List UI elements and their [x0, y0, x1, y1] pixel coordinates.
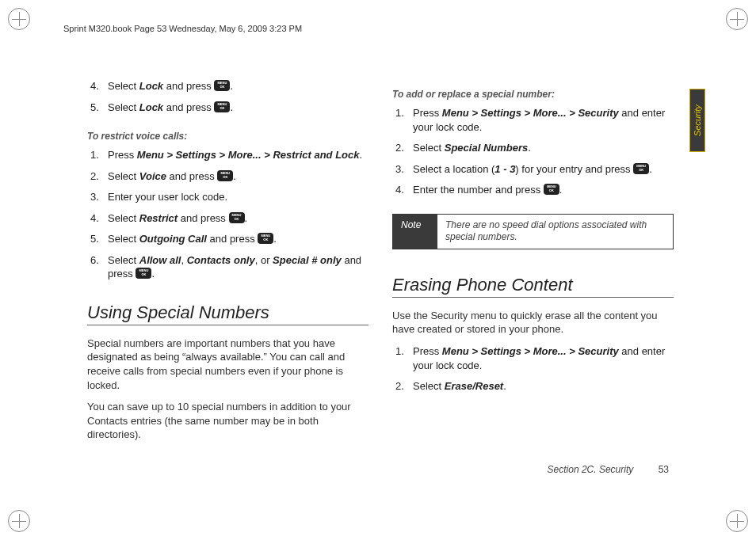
step-item: Select Erase/Reset. [395, 379, 674, 394]
menu-ok-key-icon [258, 233, 273, 244]
running-header: Sprint M320.book Page 53 Wednesday, May … [63, 24, 302, 33]
crop-mark-icon [8, 8, 30, 30]
menu-ok-key-icon [214, 101, 230, 112]
steps-restrict: Press Menu > Settings > More... > Restri… [87, 148, 368, 288]
step-item: Enter your user lock code. [90, 190, 368, 204]
section-tab-label: Security [693, 105, 702, 136]
step-item: Enter the number and press . [395, 183, 674, 197]
page-number: 53 [659, 464, 669, 475]
crop-mark-icon [726, 8, 748, 30]
step-item: Select Lock and press . [90, 79, 368, 93]
menu-ok-key-icon [217, 170, 233, 181]
step-item: Press Menu > Settings > More... > Restri… [90, 148, 368, 162]
paragraph: Use the Security menu to quickly erase a… [392, 309, 674, 337]
left-column: Select Lock and press . Select Lock and … [87, 79, 368, 450]
menu-ok-key-icon [214, 80, 230, 91]
note-box: Note There are no speed dial options ass… [392, 214, 674, 249]
note-label: Note [393, 215, 437, 249]
subheading-add-special: To add or replace a special number: [392, 89, 674, 100]
step-item: Select Special Numbers. [395, 141, 674, 155]
note-text: There are no speed dial options associat… [437, 215, 673, 249]
paragraph: You can save up to 10 special numbers in… [87, 400, 368, 442]
subheading-restrict: To restrict voice calls: [87, 131, 368, 142]
menu-ok-key-icon [136, 268, 151, 279]
menu-ok-key-icon [229, 212, 245, 223]
page-footer: Section 2C. Security 53 [548, 464, 669, 475]
crop-mark-icon [726, 510, 748, 532]
page-body: Select Lock and press . Select Lock and … [87, 79, 674, 450]
step-item: Select Lock and press . [90, 101, 368, 115]
right-column: To add or replace a special number: Pres… [392, 79, 674, 450]
heading-special-numbers: Using Special Numbers [87, 302, 368, 325]
heading-erasing-content: Erasing Phone Content [392, 275, 674, 298]
menu-ok-key-icon [633, 163, 649, 174]
menu-ok-key-icon [544, 184, 559, 195]
footer-section-label: Section 2C. Security [548, 464, 634, 475]
step-item: Select Outgoing Call and press . [90, 232, 368, 246]
step-item: Select a location (1 - 3) for your entry… [395, 162, 674, 177]
step-item: Select Voice and press . [90, 169, 368, 184]
paragraph: Special numbers are important numbers th… [87, 337, 368, 392]
step-item: Select Allow all, Contacts only, or Spec… [90, 253, 368, 281]
section-tab: Security [689, 89, 705, 152]
step-item: Press Menu > Settings > More... > Securi… [395, 344, 674, 372]
steps-erase: Press Menu > Settings > More... > Securi… [392, 344, 674, 401]
step-item: Press Menu > Settings > More... > Securi… [395, 106, 674, 134]
steps-lock-continued: Select Lock and press . Select Lock and … [87, 79, 368, 121]
steps-add-special: Press Menu > Settings > More... > Securi… [392, 106, 674, 204]
crop-mark-icon [8, 510, 30, 532]
step-item: Select Restrict and press . [90, 211, 368, 226]
